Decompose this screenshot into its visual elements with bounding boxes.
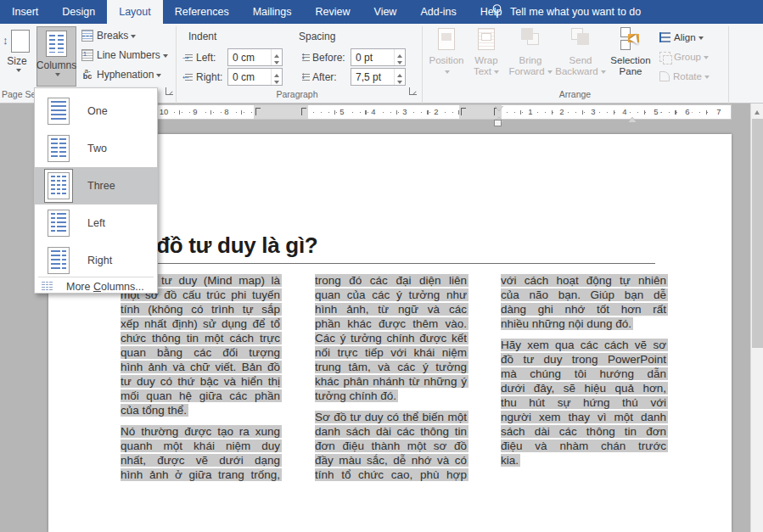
scrollbar-thumb[interactable] [752,119,763,348]
doc-line[interactable]: Sơ đồ tư duy có thể biến một [315,410,468,424]
selected-text[interactable]: của não bạn. Giúp bạn dễ [501,288,668,301]
indent-right-down[interactable] [272,77,282,86]
doc-line[interactable]: nhiều những nội dung đó. [501,316,668,331]
doc-line[interactable]: phần khác được thêm vào. [315,316,468,331]
selected-text[interactable]: điệu và nhàm chán trước [501,440,668,452]
selected-text[interactable]: chức thông tin một cách trực [121,332,282,344]
doc-line[interactable]: khác phân nhánh từ những ý [315,374,468,389]
columns-option-three[interactable]: Three [35,167,157,204]
columns-option-two[interactable]: Two [35,130,157,167]
doc-line[interactable]: hình ảnh, từ ngữ và các [315,302,468,316]
spacing-after-up[interactable] [395,69,405,77]
doc-line[interactable]: nhất, được vẽ dưới dạng [121,453,282,468]
selected-text[interactable]: đầy màu sắc, dễ nhớ và có [315,454,468,467]
selected-text[interactable]: trung tâm, và các ý tưởng [315,361,468,373]
doc-line[interactable]: đơn điệu thành một sơ đồ [315,439,468,453]
selected-text[interactable]: nối trực tiếp với khái niệm [315,346,468,359]
doc-line[interactable]: quan bằng các đối tượng [121,345,282,360]
paragraph-dialog-launcher[interactable] [409,87,417,95]
selected-text[interactable]: tư duy có thứ bậc và hiển thị [121,375,282,388]
selected-text[interactable]: Sơ đồ tư duy có thể biến một [315,411,468,423]
selected-text[interactable]: hình ảnh ở giữa trang trống, [121,468,282,481]
scroll-up-arrow-icon[interactable] [751,104,763,117]
selected-text[interactable]: với cách hoạt động tự nhiên [501,274,668,287]
doc-line[interactable]: nối trực tiếp với khái niệm [315,345,468,360]
selected-text[interactable]: tính (không có trình tự sắp [121,303,282,316]
doc-line[interactable]: quanh một khái niệm duy [121,439,282,453]
doc-line[interactable]: của não bạn. Giúp bạn dễ [501,288,668,302]
doc-line[interactable]: thu hút sự hứng thú với [501,395,668,410]
doc-line[interactable]: chức thông tin một cách trực [121,331,282,345]
selected-text[interactable]: quan của các ý tưởng như [315,288,468,301]
selected-text[interactable]: xếp nhất định) sử dụng để tổ [121,317,282,330]
tab-references[interactable]: References [163,0,241,24]
selected-text[interactable]: dưới đây, sẽ hiệu quả hơn, [501,382,668,395]
selected-text[interactable]: người xem thay vì một danh [501,411,668,423]
selected-text[interactable]: hình ảnh, từ ngữ và các [315,303,468,316]
columns-option-one[interactable]: One [35,92,157,130]
doc-line[interactable]: mối quan hệ giữa các phần [121,389,282,403]
doc-line[interactable]: Nó thường được tạo ra xung [121,424,282,439]
size-button[interactable]: Size [2,26,32,91]
tab-insert[interactable]: Insert [0,0,50,24]
selected-text[interactable]: hình ảnh và chữ viết. Bản đồ [121,361,282,373]
indent-left-input[interactable]: 0 cm [227,48,283,66]
doc-line[interactable]: mà chúng tôi hướng dẫn [501,367,668,381]
doc-line[interactable]: hình ảnh và chữ viết. Bản đồ [121,360,282,374]
spacing-after-input[interactable]: 7,5 pt [351,68,406,86]
breaks-button[interactable]: Breaks [81,30,136,42]
doc-line[interactable]: trong đó các đại diện liên [315,273,468,288]
selected-text[interactable]: tính tổ chức cao, phù hợp [315,468,468,481]
indent-left-up[interactable] [272,49,282,58]
selected-text[interactable]: đơn điệu thành một sơ đồ [315,440,468,452]
selected-text[interactable]: thu hút sự hứng thú với [501,396,668,409]
doc-line[interactable]: quan của các ý tưởng như [315,288,468,302]
tab-layout[interactable]: Layout [107,0,163,24]
selected-text[interactable]: khác phân nhánh từ những ý [315,375,468,388]
selected-text[interactable]: danh sách dài các thông tin [315,425,468,438]
more-columns-item[interactable]: More Columns... [35,279,157,294]
doc-line[interactable]: điệu và nhàm chán trước [501,439,668,453]
indent-right-up[interactable] [272,69,282,77]
tab-mailings[interactable]: Mailings [241,0,304,24]
selected-text[interactable]: kia. [501,454,520,467]
doc-line[interactable]: xếp nhất định) sử dụng để tổ [121,316,282,331]
columns-option-left[interactable]: Left [35,204,157,242]
doc-line[interactable]: sách dài các thông tin đơn [501,424,668,439]
doc-line[interactable]: danh sách dài các thông tin [315,424,468,439]
line-numbers-button[interactable]: Line Numbers [81,49,168,61]
spacing-before-down[interactable] [395,58,405,66]
doc-line[interactable]: với cách hoạt động tự nhiên [501,273,668,288]
selected-text[interactable]: quanh một khái niệm duy [121,440,282,452]
selected-text[interactable]: nhất, được vẽ dưới dạng [121,454,282,467]
doc-line[interactable]: kia. [501,453,668,468]
doc-line[interactable]: Hãy xem qua các cách vẽ sơ [501,338,668,352]
send-backward-button[interactable]: SendBackward [555,26,606,86]
selected-text[interactable]: Các ý tưởng chính được kết [315,332,468,344]
doc-line[interactable]: người xem thay vì một danh [501,410,668,424]
spacing-before-input[interactable]: 0 pt [351,48,406,66]
bring-forward-button[interactable]: BringForward [508,26,553,86]
selected-text[interactable]: dàng ghi nhớ tốt hơn rất [501,303,668,316]
doc-line[interactable]: tính (không có trình tự sắp [121,302,282,316]
columns-button[interactable]: Columns [36,26,76,87]
indent-right-input[interactable]: 0 cm [227,68,283,86]
position-button[interactable]: Position [427,26,466,86]
selected-text[interactable]: sách dài các thông tin đơn [501,425,668,438]
selected-text[interactable]: mối quan hệ giữa các phần [121,389,282,402]
rotate-button[interactable]: Rotate [659,69,710,84]
group-button[interactable]: Group [659,49,709,64]
selection-pane-button[interactable]: SelectionPane [608,26,654,86]
tab-view[interactable]: View [362,0,409,24]
tab-add-ins[interactable]: Add-ins [408,0,468,24]
tab-review[interactable]: Review [304,0,362,24]
vertical-scrollbar[interactable] [750,104,763,532]
hyphenation-button[interactable]: a-bc Hyphenation [81,69,161,81]
doc-line[interactable]: tư duy có thứ bậc và hiển thị [121,374,282,389]
doc-line[interactable]: trung tâm, và các ý tưởng [315,360,468,374]
align-button[interactable]: Align [659,30,704,45]
doc-line[interactable]: tưởng chính đó. [315,389,468,403]
doc-line[interactable]: của tổng thể. [121,403,282,417]
selected-text[interactable]: phần khác được thêm vào. [315,317,468,330]
selected-text[interactable]: nhiều những nội dung đó. [501,317,633,330]
